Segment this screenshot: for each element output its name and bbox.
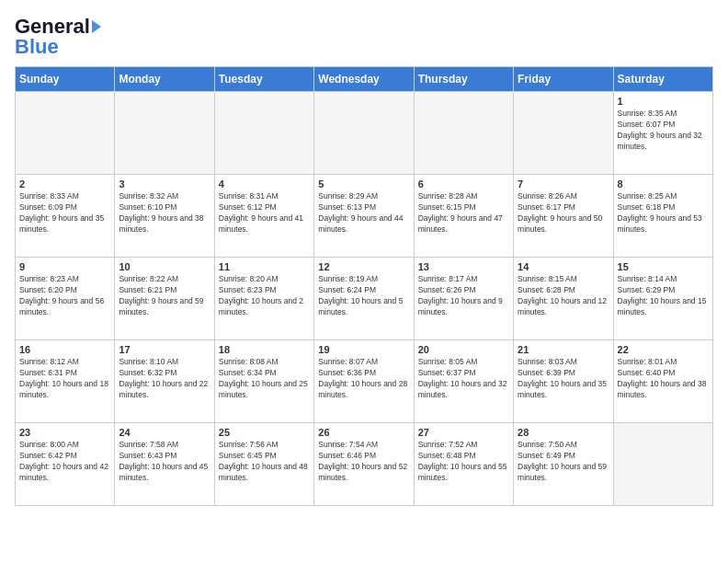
day-number: 10 — [119, 261, 210, 272]
day-number: 25 — [219, 427, 310, 438]
calendar-cell: 10Sunrise: 8:22 AM Sunset: 6:21 PM Dayli… — [115, 258, 214, 340]
day-number: 6 — [418, 178, 509, 190]
calendar-cell: 18Sunrise: 8:08 AM Sunset: 6:34 PM Dayli… — [214, 340, 313, 423]
logo-arrow-icon — [92, 20, 101, 33]
day-number: 28 — [518, 427, 609, 438]
logo-blue-text: Blue — [15, 35, 59, 59]
day-info: Sunrise: 8:10 AM Sunset: 6:32 PM Dayligh… — [119, 357, 210, 401]
calendar-week-row: 9Sunrise: 8:23 AM Sunset: 6:20 PM Daylig… — [16, 258, 713, 340]
day-info: Sunrise: 8:35 AM Sunset: 6:07 PM Dayligh… — [618, 109, 709, 153]
day-number: 1 — [618, 96, 709, 107]
day-number: 11 — [219, 261, 310, 272]
weekday-header-row: SundayMondayTuesdayWednesdayThursdayFrid… — [16, 67, 713, 92]
day-number: 7 — [518, 178, 609, 190]
day-info: Sunrise: 8:33 AM Sunset: 6:09 PM Dayligh… — [19, 191, 110, 236]
day-number: 5 — [318, 178, 409, 190]
calendar-cell: 12Sunrise: 8:19 AM Sunset: 6:24 PM Dayli… — [314, 258, 414, 340]
day-info: Sunrise: 8:32 AM Sunset: 6:10 PM Dayligh… — [119, 191, 210, 236]
day-info: Sunrise: 8:05 AM Sunset: 6:37 PM Dayligh… — [418, 357, 509, 401]
calendar-cell: 25Sunrise: 7:56 AM Sunset: 6:45 PM Dayli… — [214, 423, 313, 506]
calendar-cell: 24Sunrise: 7:58 AM Sunset: 6:43 PM Dayli… — [115, 423, 214, 506]
calendar-cell: 5Sunrise: 8:29 AM Sunset: 6:13 PM Daylig… — [314, 175, 414, 258]
calendar-cell: 11Sunrise: 8:20 AM Sunset: 6:23 PM Dayli… — [214, 258, 313, 340]
weekday-header: Tuesday — [214, 67, 313, 92]
calendar-cell — [115, 92, 214, 175]
calendar-table: SundayMondayTuesdayWednesdayThursdayFrid… — [15, 66, 713, 506]
calendar-cell: 8Sunrise: 8:25 AM Sunset: 6:18 PM Daylig… — [613, 175, 712, 258]
day-info: Sunrise: 7:52 AM Sunset: 6:48 PM Dayligh… — [418, 440, 509, 484]
calendar-week-row: 1Sunrise: 8:35 AM Sunset: 6:07 PM Daylig… — [16, 92, 713, 175]
calendar-cell: 2Sunrise: 8:33 AM Sunset: 6:09 PM Daylig… — [16, 175, 115, 258]
calendar-cell: 26Sunrise: 7:54 AM Sunset: 6:46 PM Dayli… — [314, 423, 414, 506]
day-info: Sunrise: 8:14 AM Sunset: 6:29 PM Dayligh… — [618, 274, 709, 318]
day-number: 24 — [119, 427, 210, 438]
calendar-cell — [414, 92, 513, 175]
day-info: Sunrise: 8:03 AM Sunset: 6:39 PM Dayligh… — [518, 357, 609, 401]
calendar-cell: 14Sunrise: 8:15 AM Sunset: 6:28 PM Dayli… — [514, 258, 613, 340]
day-info: Sunrise: 8:20 AM Sunset: 6:23 PM Dayligh… — [219, 274, 310, 318]
calendar-cell: 4Sunrise: 8:31 AM Sunset: 6:12 PM Daylig… — [214, 175, 313, 258]
weekday-header: Friday — [514, 67, 613, 92]
day-info: Sunrise: 7:54 AM Sunset: 6:46 PM Dayligh… — [318, 440, 409, 484]
calendar-cell: 7Sunrise: 8:26 AM Sunset: 6:17 PM Daylig… — [514, 175, 613, 258]
day-number: 9 — [19, 261, 110, 272]
day-info: Sunrise: 8:28 AM Sunset: 6:15 PM Dayligh… — [418, 191, 509, 236]
day-number: 20 — [418, 344, 509, 355]
day-info: Sunrise: 8:00 AM Sunset: 6:42 PM Dayligh… — [19, 440, 110, 484]
day-number: 16 — [19, 344, 110, 355]
calendar-cell: 17Sunrise: 8:10 AM Sunset: 6:32 PM Dayli… — [115, 340, 214, 423]
day-number: 15 — [618, 261, 709, 272]
calendar-cell: 15Sunrise: 8:14 AM Sunset: 6:29 PM Dayli… — [613, 258, 712, 340]
calendar-cell: 20Sunrise: 8:05 AM Sunset: 6:37 PM Dayli… — [414, 340, 513, 423]
calendar-week-row: 23Sunrise: 8:00 AM Sunset: 6:42 PM Dayli… — [16, 423, 713, 506]
day-info: Sunrise: 7:56 AM Sunset: 6:45 PM Dayligh… — [219, 440, 310, 484]
calendar-week-row: 16Sunrise: 8:12 AM Sunset: 6:31 PM Dayli… — [16, 340, 713, 423]
day-number: 23 — [19, 427, 110, 438]
day-number: 27 — [418, 427, 509, 438]
weekday-header: Thursday — [414, 67, 513, 92]
day-number: 17 — [119, 344, 210, 355]
calendar-cell: 16Sunrise: 8:12 AM Sunset: 6:31 PM Dayli… — [16, 340, 115, 423]
day-info: Sunrise: 8:25 AM Sunset: 6:18 PM Dayligh… — [618, 191, 709, 236]
calendar-cell — [514, 92, 613, 175]
day-number: 14 — [518, 261, 609, 272]
calendar-week-row: 2Sunrise: 8:33 AM Sunset: 6:09 PM Daylig… — [16, 175, 713, 258]
day-number: 26 — [318, 427, 409, 438]
day-info: Sunrise: 8:15 AM Sunset: 6:28 PM Dayligh… — [518, 274, 609, 318]
day-info: Sunrise: 8:29 AM Sunset: 6:13 PM Dayligh… — [318, 191, 409, 236]
day-number: 19 — [318, 344, 409, 355]
day-info: Sunrise: 7:50 AM Sunset: 6:49 PM Dayligh… — [518, 440, 609, 484]
day-number: 8 — [618, 178, 709, 190]
calendar-cell: 28Sunrise: 7:50 AM Sunset: 6:49 PM Dayli… — [514, 423, 613, 506]
calendar-cell: 6Sunrise: 8:28 AM Sunset: 6:15 PM Daylig… — [414, 175, 513, 258]
weekday-header: Sunday — [16, 67, 115, 92]
day-info: Sunrise: 8:07 AM Sunset: 6:36 PM Dayligh… — [318, 357, 409, 401]
day-info: Sunrise: 8:08 AM Sunset: 6:34 PM Dayligh… — [219, 357, 310, 401]
day-number: 2 — [19, 178, 110, 190]
day-info: Sunrise: 8:26 AM Sunset: 6:17 PM Dayligh… — [518, 191, 609, 236]
day-number: 21 — [518, 344, 609, 355]
calendar-cell: 19Sunrise: 8:07 AM Sunset: 6:36 PM Dayli… — [314, 340, 414, 423]
weekday-header: Wednesday — [314, 67, 414, 92]
calendar-cell — [214, 92, 313, 175]
calendar-cell — [16, 92, 115, 175]
calendar-cell: 27Sunrise: 7:52 AM Sunset: 6:48 PM Dayli… — [414, 423, 513, 506]
day-number: 3 — [119, 178, 210, 190]
calendar-cell: 9Sunrise: 8:23 AM Sunset: 6:20 PM Daylig… — [16, 258, 115, 340]
day-info: Sunrise: 8:31 AM Sunset: 6:12 PM Dayligh… — [219, 191, 310, 236]
logo: General Blue — [15, 15, 101, 59]
weekday-header: Saturday — [613, 67, 712, 92]
calendar-cell: 13Sunrise: 8:17 AM Sunset: 6:26 PM Dayli… — [414, 258, 513, 340]
calendar-cell: 22Sunrise: 8:01 AM Sunset: 6:40 PM Dayli… — [613, 340, 712, 423]
calendar-cell: 21Sunrise: 8:03 AM Sunset: 6:39 PM Dayli… — [514, 340, 613, 423]
day-info: Sunrise: 7:58 AM Sunset: 6:43 PM Dayligh… — [119, 440, 210, 484]
day-info: Sunrise: 8:01 AM Sunset: 6:40 PM Dayligh… — [618, 357, 709, 401]
weekday-header: Monday — [115, 67, 214, 92]
day-info: Sunrise: 8:17 AM Sunset: 6:26 PM Dayligh… — [418, 274, 509, 318]
day-number: 18 — [219, 344, 310, 355]
day-number: 4 — [219, 178, 310, 190]
calendar-cell: 1Sunrise: 8:35 AM Sunset: 6:07 PM Daylig… — [613, 92, 712, 175]
day-info: Sunrise: 8:23 AM Sunset: 6:20 PM Dayligh… — [19, 274, 110, 318]
page-header: General Blue — [15, 15, 713, 59]
day-number: 13 — [418, 261, 509, 272]
